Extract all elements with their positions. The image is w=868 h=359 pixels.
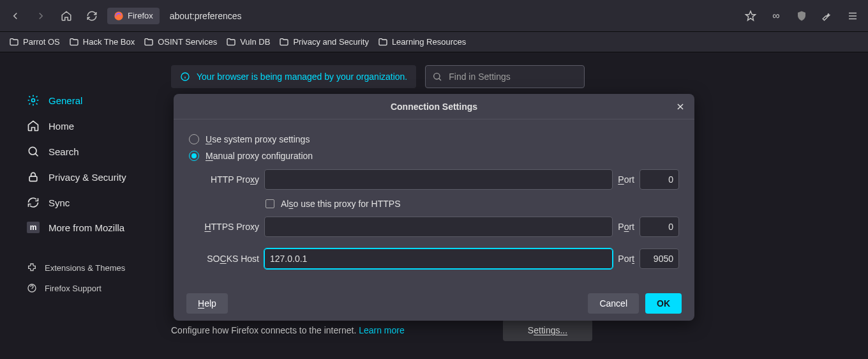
cancel-button[interactable]: Cancel	[588, 293, 639, 314]
also-https-checkbox[interactable]: Also use this proxy for HTTPS	[189, 197, 679, 217]
shield-icon[interactable]	[791, 6, 812, 26]
nav-forward-button[interactable]	[31, 6, 51, 26]
bookmark-folder[interactable]: Parrot OS	[9, 37, 60, 47]
hamburger-menu-icon[interactable]	[842, 6, 863, 26]
radio-manual-proxy[interactable]: Manual proxy configuration	[189, 148, 679, 164]
bookmark-folder[interactable]: Hack The Box	[69, 37, 135, 47]
socks-port-input[interactable]	[640, 248, 679, 269]
url-bar[interactable]: about:preferences	[165, 7, 247, 25]
mask-icon[interactable]: ∞	[766, 6, 786, 26]
socks-host-input[interactable]	[264, 248, 613, 269]
socks-host-label: SOCKS Host	[189, 254, 259, 264]
bookmark-folder[interactable]: Vuln DB	[226, 37, 270, 47]
home-button[interactable]	[56, 6, 77, 26]
https-proxy-host[interactable]	[264, 217, 613, 237]
tab-label: Firefox	[128, 11, 153, 20]
bookmark-star-icon[interactable]	[740, 6, 761, 26]
socks-port-label: Port	[618, 254, 634, 264]
radio-icon	[189, 134, 199, 144]
dialog-title: Connection Settings	[174, 94, 694, 119]
content-area: General Home Search Privacy & Security S…	[0, 52, 868, 359]
pinned-tab[interactable]: Firefox	[107, 8, 160, 24]
radio-system-proxy[interactable]: Use system proxy settings	[189, 131, 679, 148]
http-proxy-port[interactable]	[640, 169, 679, 190]
http-proxy-label: HTTP Proxy	[189, 174, 259, 185]
http-port-label: Port	[618, 174, 634, 185]
help-button[interactable]: Help	[186, 293, 228, 314]
https-proxy-label: HTTPS Proxy	[189, 222, 259, 232]
firefox-icon	[114, 11, 124, 21]
radio-icon	[189, 151, 199, 161]
browser-toolbar: Firefox about:preferences ∞	[0, 0, 868, 32]
bookmark-folder[interactable]: OSINT Services	[144, 37, 217, 47]
bookmark-folder[interactable]: Learning Resources	[378, 37, 466, 47]
nav-back-button[interactable]	[5, 6, 26, 26]
ok-button[interactable]: OK	[645, 293, 682, 314]
bookmark-folder[interactable]: Privacy and Security	[279, 37, 369, 47]
https-port-label: Port	[618, 222, 634, 232]
checkbox-icon	[266, 199, 274, 208]
http-proxy-host[interactable]	[264, 169, 613, 190]
connection-settings-dialog: Connection Settings Use system proxy set…	[174, 94, 694, 321]
reload-button[interactable]	[82, 6, 102, 26]
wrench-icon[interactable]	[817, 6, 837, 26]
bookmarks-bar: Parrot OS Hack The Box OSINT Services Vu…	[0, 32, 868, 52]
close-button[interactable]	[673, 99, 688, 114]
dialog-backdrop: Connection Settings Use system proxy set…	[0, 52, 868, 359]
https-proxy-port[interactable]	[640, 217, 679, 237]
